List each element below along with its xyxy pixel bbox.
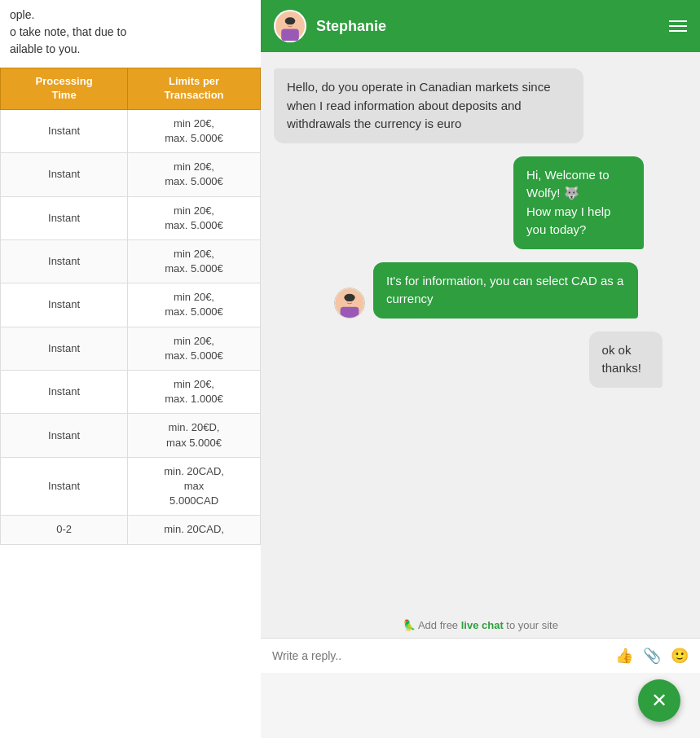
processing-time-cell: Instant	[1, 196, 128, 239]
processing-time-cell: Instant	[1, 371, 128, 414]
hamburger-line-1	[669, 20, 687, 22]
message-2: Hi, Welcome to Wolfy! 🐺How may I help yo…	[513, 156, 644, 249]
limits-cell: min. 20€D, max 5.000€	[128, 414, 261, 457]
message-3: It's for information, you can select CAD…	[373, 262, 638, 318]
col-header-processing-time: ProcessingTime	[1, 68, 128, 110]
table-row: Instantmin 20€, max. 5.000€	[1, 196, 261, 239]
limits-cell: min 20€, max. 5.000€	[128, 153, 261, 196]
limits-cell: min 20€, max. 5.000€	[128, 327, 261, 370]
chat-bottom-bar: ✕	[261, 673, 700, 738]
table-row: Instantmin. 20€D, max 5.000€	[1, 414, 261, 457]
branding-text-end: to your site	[504, 619, 558, 631]
table-row: Instantmin 20€, max. 5.000€	[1, 153, 261, 196]
top-line2: o take note, that due to	[10, 24, 251, 41]
limits-cell: min 20€, max. 1.000€	[128, 371, 261, 414]
top-text: ople. o take note, that due to ailable t…	[0, 0, 261, 68]
limits-cell: min 20€, max. 5.000€	[128, 239, 261, 283]
processing-time-cell: Instant	[1, 109, 128, 152]
limits-cell: min. 20CAD, max 5.000CAD	[128, 457, 261, 516]
svg-rect-12	[341, 306, 359, 317]
branding-text-bold: live chat	[461, 619, 504, 631]
svg-rect-2	[281, 29, 299, 41]
message-3-wrap: It's for information, you can select CAD…	[334, 262, 687, 318]
table-row: Instantmin. 20CAD, max 5.000CAD	[1, 457, 261, 516]
branding-text-plain: Add free	[418, 619, 461, 631]
limits-cell: min 20€, max. 5.000€	[128, 109, 261, 152]
table-row: Instantmin 20€, max. 5.000€	[1, 327, 261, 370]
table-container: ProcessingTime Limits perTransaction Ins…	[0, 68, 261, 545]
processing-time-cell: Instant	[1, 153, 128, 196]
chat-header-avatar	[274, 10, 306, 42]
agent-avatar	[334, 288, 365, 318]
table-row: Instantmin 20€, max. 5.000€	[1, 283, 261, 327]
chat-header: Stephanie	[261, 0, 700, 52]
close-button[interactable]: ✕	[638, 679, 680, 722]
limits-cell: min 20€, max. 5.000€	[128, 196, 261, 239]
table-row: Instantmin 20€, max. 5.000€	[1, 109, 261, 152]
svg-point-4	[285, 17, 296, 24]
message-1: Hello, do you operate in Canadian market…	[274, 68, 583, 143]
chat-branding[interactable]: 🦜 Add free live chat to your site	[261, 613, 700, 638]
hamburger-line-3	[669, 30, 687, 32]
limits-cell: min 20€, max. 5.000€	[128, 283, 261, 327]
chat-input-area: 👍 📎 🙂	[261, 638, 700, 673]
attach-icon[interactable]: 📎	[643, 647, 661, 665]
table-row: Instantmin 20€, max. 5.000€	[1, 239, 261, 283]
chat-action-icons: 👍 📎 🙂	[615, 647, 689, 665]
hamburger-menu-button[interactable]	[669, 20, 687, 32]
table-row: 0-2min. 20CAD,	[1, 516, 261, 544]
deposit-table: ProcessingTime Limits perTransaction Ins…	[0, 68, 261, 545]
col-header-limits: Limits perTransaction	[128, 68, 261, 110]
chat-messages: Hello, do you operate in Canadian market…	[261, 52, 700, 613]
chat-reply-input[interactable]	[272, 649, 607, 662]
svg-point-6	[291, 22, 293, 24]
left-panel: ople. o take note, that due to ailable t…	[0, 0, 261, 738]
processing-time-cell: Instant	[1, 457, 128, 516]
processing-time-cell: Instant	[1, 283, 128, 327]
chat-panel: Stephanie Hello, do you operate in Canad…	[261, 0, 700, 738]
top-line1: ople.	[10, 7, 251, 24]
limits-cell: min. 20CAD,	[128, 516, 261, 544]
svg-point-9	[344, 293, 354, 301]
branding-icon: 🦜	[403, 619, 416, 631]
processing-time-cell: Instant	[1, 414, 128, 457]
processing-time-cell: Instant	[1, 239, 128, 283]
message-4: ok ok thanks!	[589, 332, 663, 388]
emoji-icon[interactable]: 🙂	[671, 647, 689, 665]
svg-point-11	[351, 298, 354, 301]
top-line3: ailable to you.	[10, 41, 251, 58]
svg-point-5	[287, 22, 289, 24]
table-row: Instantmin 20€, max. 1.000€	[1, 371, 261, 414]
svg-point-10	[346, 298, 349, 301]
thumbs-up-icon[interactable]: 👍	[615, 647, 633, 665]
processing-time-cell: Instant	[1, 327, 128, 370]
processing-time-cell: 0-2	[1, 516, 128, 544]
hamburger-line-2	[669, 25, 687, 27]
chat-agent-name: Stephanie	[316, 18, 669, 35]
